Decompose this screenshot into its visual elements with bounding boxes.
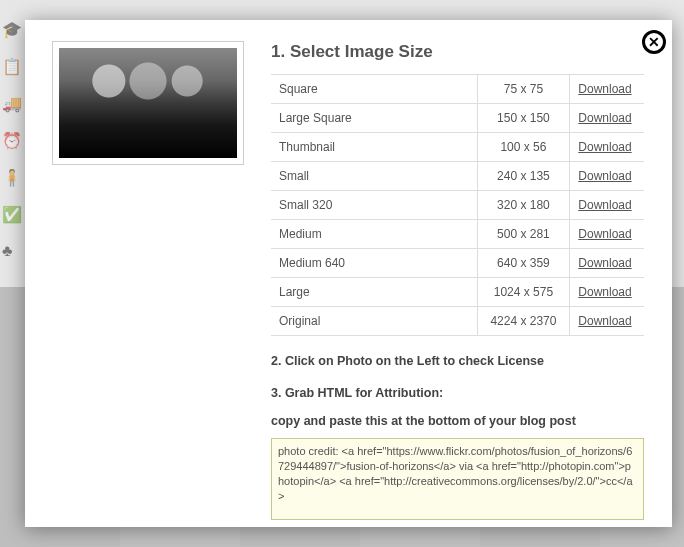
preview-photo[interactable] bbox=[53, 42, 243, 164]
download-cell: Download bbox=[570, 278, 644, 307]
table-row: Thumbnail100 x 56Download bbox=[271, 133, 644, 162]
size-name-cell: Small bbox=[271, 162, 477, 191]
download-link[interactable]: Download bbox=[578, 169, 631, 183]
size-name-cell: Medium 640 bbox=[271, 249, 477, 278]
size-dimensions-cell: 75 x 75 bbox=[477, 75, 570, 104]
download-cell: Download bbox=[570, 307, 644, 336]
download-link[interactable]: Download bbox=[578, 140, 631, 154]
size-name-cell: Large bbox=[271, 278, 477, 307]
close-icon: ✕ bbox=[648, 34, 660, 50]
table-row: Small 320320 x 180Download bbox=[271, 191, 644, 220]
download-cell: Download bbox=[570, 133, 644, 162]
download-cell: Download bbox=[570, 75, 644, 104]
download-link[interactable]: Download bbox=[578, 198, 631, 212]
size-dimensions-cell: 640 x 359 bbox=[477, 249, 570, 278]
size-dimensions-cell: 4224 x 2370 bbox=[477, 307, 570, 336]
size-name-cell: Square bbox=[271, 75, 477, 104]
size-name-cell: Original bbox=[271, 307, 477, 336]
size-table: Square75 x 75DownloadLarge Square150 x 1… bbox=[271, 74, 644, 336]
step-3-text: 3. Grab HTML for Attribution: bbox=[271, 386, 644, 400]
thumbnail-column bbox=[53, 42, 243, 505]
download-link[interactable]: Download bbox=[578, 256, 631, 270]
download-link[interactable]: Download bbox=[578, 314, 631, 328]
select-size-heading: 1. Select Image Size bbox=[271, 42, 644, 62]
content-column: 1. Select Image Size Square75 x 75Downlo… bbox=[271, 42, 644, 505]
download-cell: Download bbox=[570, 104, 644, 133]
attribution-html-textarea[interactable] bbox=[271, 438, 644, 520]
table-row: Medium500 x 281Download bbox=[271, 220, 644, 249]
table-row: Square75 x 75Download bbox=[271, 75, 644, 104]
size-name-cell: Large Square bbox=[271, 104, 477, 133]
table-row: Large1024 x 575Download bbox=[271, 278, 644, 307]
size-dimensions-cell: 100 x 56 bbox=[477, 133, 570, 162]
table-row: Small240 x 135Download bbox=[271, 162, 644, 191]
size-dimensions-cell: 320 x 180 bbox=[477, 191, 570, 220]
download-link[interactable]: Download bbox=[578, 111, 631, 125]
download-cell: Download bbox=[570, 249, 644, 278]
table-row: Medium 640640 x 359Download bbox=[271, 249, 644, 278]
step-3-subtext: copy and paste this at the bottom of you… bbox=[271, 414, 644, 428]
download-link[interactable]: Download bbox=[578, 82, 631, 96]
size-name-cell: Medium bbox=[271, 220, 477, 249]
table-row: Original4224 x 2370Download bbox=[271, 307, 644, 336]
download-cell: Download bbox=[570, 191, 644, 220]
image-download-modal: 1. Select Image Size Square75 x 75Downlo… bbox=[25, 20, 672, 527]
table-row: Large Square150 x 150Download bbox=[271, 104, 644, 133]
step-2-text: 2. Click on Photo on the Left to check L… bbox=[271, 354, 644, 368]
size-dimensions-cell: 240 x 135 bbox=[477, 162, 570, 191]
size-dimensions-cell: 150 x 150 bbox=[477, 104, 570, 133]
download-link[interactable]: Download bbox=[578, 227, 631, 241]
close-button[interactable]: ✕ bbox=[642, 30, 666, 54]
size-name-cell: Small 320 bbox=[271, 191, 477, 220]
size-dimensions-cell: 1024 x 575 bbox=[477, 278, 570, 307]
size-name-cell: Thumbnail bbox=[271, 133, 477, 162]
size-dimensions-cell: 500 x 281 bbox=[477, 220, 570, 249]
download-cell: Download bbox=[570, 220, 644, 249]
download-link[interactable]: Download bbox=[578, 285, 631, 299]
download-cell: Download bbox=[570, 162, 644, 191]
background-sidebar-icons: 🎓📋🚚⏰🧍✅♣ bbox=[2, 20, 26, 260]
